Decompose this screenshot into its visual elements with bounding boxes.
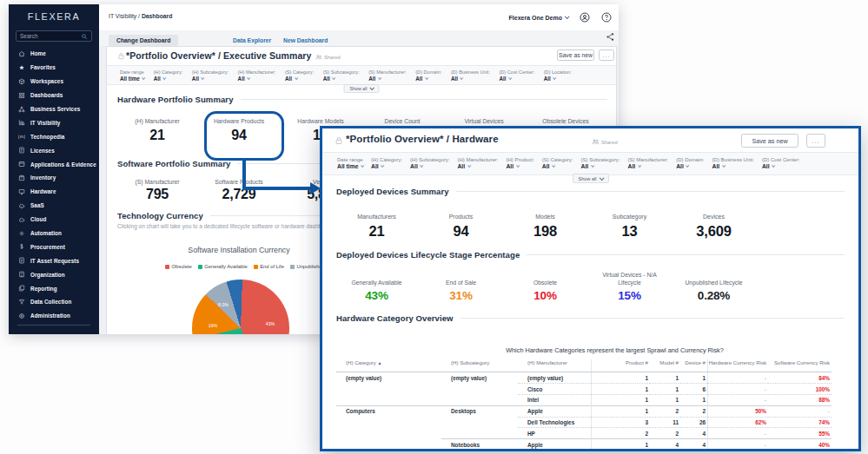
metric-value: 21 bbox=[116, 128, 198, 143]
help-icon[interactable] bbox=[601, 12, 612, 23]
filter-dropdown[interactable]: (H) Manufacturer: All bbox=[238, 66, 276, 84]
metric-value: 0.28% bbox=[672, 289, 756, 302]
section-title-row: Hardware Portfolio Summary bbox=[117, 95, 607, 104]
sidebar-item[interactable]: Hardware bbox=[9, 185, 99, 199]
chevron-down-icon bbox=[201, 76, 204, 80]
metric-label: Manufacturers bbox=[335, 214, 419, 220]
legend-item[interactable]: Generally Available bbox=[198, 264, 248, 269]
filter-label: (H) Manufacturer: bbox=[238, 69, 276, 75]
table-row[interactable]: Computers Desktops Apple 1 2 2 50% - bbox=[336, 405, 832, 417]
more-options-button[interactable]: ... bbox=[599, 49, 614, 61]
metric-value: 198 bbox=[503, 223, 587, 240]
sidebar-item-label: Applications & Evidence bbox=[30, 161, 96, 168]
sidebar-item[interactable]: Applications & Evidence bbox=[9, 157, 99, 171]
table-row[interactable]: Cisco 1 1 6 - 100% bbox=[336, 383, 832, 394]
column-header[interactable]: Hardware Currency Risk bbox=[707, 359, 768, 372]
filter-value: All bbox=[154, 76, 183, 82]
column-header[interactable]: Model # bbox=[650, 359, 680, 372]
table-row[interactable]: HP 2 2 4 - 55% bbox=[336, 427, 832, 438]
sidebar-item-icon bbox=[18, 119, 25, 126]
dashboard-card-header: *Portfolio Overview* / Executive Summary… bbox=[107, 47, 616, 65]
table-row[interactable]: Notebooks Apple 1 4 4 - 40% bbox=[336, 438, 832, 450]
sidebar-item[interactable]: SaaS bbox=[9, 199, 99, 213]
sidebar-item[interactable]: Home bbox=[9, 47, 99, 61]
filter-dropdown[interactable]: (D) Business Unit: All bbox=[451, 66, 490, 84]
hardware-category-table: (H) Category ▲ (H) Subcategory (H) Manuf… bbox=[336, 359, 832, 451]
metric-label: Generally Available bbox=[335, 272, 419, 286]
table-row[interactable]: Dell Technologies 1 13 214 - 64% bbox=[336, 450, 832, 451]
sidebar-item[interactable]: IT Visibility bbox=[9, 115, 99, 129]
filter-dropdown[interactable]: (S) Manufacturer: All bbox=[368, 66, 407, 84]
sidebar-item[interactable]: Technopedia bbox=[9, 129, 99, 143]
save-as-new-button[interactable]: Save as new bbox=[557, 49, 594, 61]
data-explorer-link[interactable]: Data Explorer bbox=[233, 35, 271, 46]
column-header[interactable]: Software Currency Risk bbox=[768, 359, 832, 372]
user-profile-icon[interactable] bbox=[580, 12, 590, 23]
filter-value: All bbox=[499, 76, 534, 82]
sidebar-item[interactable]: Reporting bbox=[9, 281, 99, 295]
column-header[interactable]: Device # bbox=[680, 359, 707, 372]
filter-dropdown[interactable]: (D) Domain: All bbox=[415, 66, 441, 84]
dashboard-title: *Portfolio Overview* / Executive Summary bbox=[126, 50, 312, 61]
legend-item[interactable]: End of Life bbox=[254, 264, 284, 269]
new-dashboard-link[interactable]: New Dashboard bbox=[283, 35, 328, 46]
legend-swatch bbox=[198, 265, 202, 269]
sidebar-search-input[interactable]: Search bbox=[16, 30, 92, 42]
pie-chart[interactable]: 43%16%8.0% bbox=[192, 280, 289, 334]
chevron-down-icon bbox=[295, 76, 298, 80]
filter-dropdown[interactable]: (D) Location: All bbox=[544, 66, 572, 84]
column-header[interactable]: (H) Manufacturer bbox=[518, 359, 591, 372]
sidebar-item[interactable]: Procurement bbox=[9, 240, 99, 253]
sidebar-item[interactable]: Automation bbox=[9, 227, 99, 240]
filter-dropdown[interactable]: (S) Subcategory: All bbox=[323, 66, 360, 84]
filter-label: (H) Category: bbox=[154, 69, 183, 75]
sidebar-item-label: Licenses bbox=[30, 148, 55, 154]
sidebar-item[interactable]: Inventory bbox=[9, 171, 99, 185]
change-dashboard-button[interactable]: Change Dashboard bbox=[109, 35, 178, 46]
metric-label: Software Products bbox=[198, 179, 280, 185]
filter-value-text: All bbox=[238, 76, 245, 82]
metric: (H) Manufacturer 21 bbox=[116, 118, 198, 143]
sidebar-item[interactable]: Data Collection bbox=[9, 295, 99, 309]
cell-software-currency-risk: 88% bbox=[768, 394, 832, 405]
filter-dropdown[interactable]: (S) Category: All bbox=[285, 66, 314, 84]
sidebar-item-label: IT Visibility bbox=[30, 120, 60, 126]
filter-dropdown[interactable]: (D) Cost Center: All bbox=[499, 66, 534, 84]
sidebar-item[interactable]: Workspaces bbox=[9, 75, 99, 89]
column-header[interactable]: (H) Subcategory bbox=[441, 359, 518, 372]
share-icon[interactable] bbox=[606, 32, 615, 42]
column-header[interactable]: Product # bbox=[591, 359, 650, 372]
column-header[interactable]: (H) Category ▲ bbox=[336, 359, 441, 372]
breadcrumb-prefix[interactable]: IT Visibility / bbox=[109, 13, 142, 19]
cell-manufacturer: Dell Technologies bbox=[518, 417, 591, 428]
table-row[interactable]: Intel 1 1 1 - 88% bbox=[336, 394, 832, 405]
breadcrumb[interactable]: IT Visibility / Dashboard bbox=[109, 13, 172, 19]
sidebar-item[interactable]: Business Services bbox=[9, 102, 99, 116]
sidebar-item-label: Technopedia bbox=[30, 134, 64, 140]
filter-dropdown[interactable]: (H) Subcategory: All bbox=[192, 66, 229, 84]
show-all-button[interactable]: Show all bbox=[343, 84, 379, 93]
table-row[interactable]: Dell Technologies 3 11 26 62% 74% bbox=[336, 417, 832, 428]
sidebar-item[interactable]: IT Asset Requests bbox=[9, 253, 99, 267]
metric-label: Subcategory bbox=[587, 214, 672, 220]
sidebar-item[interactable]: Organization bbox=[9, 267, 99, 281]
sidebar-item[interactable]: Favorites bbox=[9, 61, 99, 75]
show-all-button[interactable]: Show all bbox=[572, 174, 608, 183]
sidebar-item-icon bbox=[18, 188, 25, 195]
cell-model-count: 1 bbox=[650, 383, 680, 394]
lifecycle-metrics-row: Generally Available 43% End of Sale 31% … bbox=[335, 272, 760, 302]
filter-dropdown[interactable]: Date range All time bbox=[120, 66, 144, 84]
sidebar-nav: Home Favorites Workspaces Dashbo bbox=[9, 47, 99, 323]
table-row[interactable]: (empty value) (empty value) (empty value… bbox=[336, 372, 832, 383]
sidebar-item-icon bbox=[18, 161, 25, 168]
sidebar-item[interactable]: Licenses bbox=[9, 143, 99, 157]
filter-label: (D) Cost Center: bbox=[499, 69, 534, 75]
metric: End of Sale 31% bbox=[419, 272, 503, 302]
sidebar-item[interactable]: Dashboards bbox=[9, 89, 99, 102]
sidebar-item[interactable]: Cloud bbox=[9, 213, 99, 227]
sidebar-item-label: Hardware bbox=[30, 188, 56, 194]
filter-dropdown[interactable]: (H) Category: All bbox=[154, 66, 183, 84]
legend-item[interactable]: Obsolete bbox=[165, 264, 192, 269]
sidebar-item[interactable]: Administration bbox=[9, 309, 99, 323]
account-menu[interactable]: Flexera One Demo bbox=[509, 15, 568, 21]
